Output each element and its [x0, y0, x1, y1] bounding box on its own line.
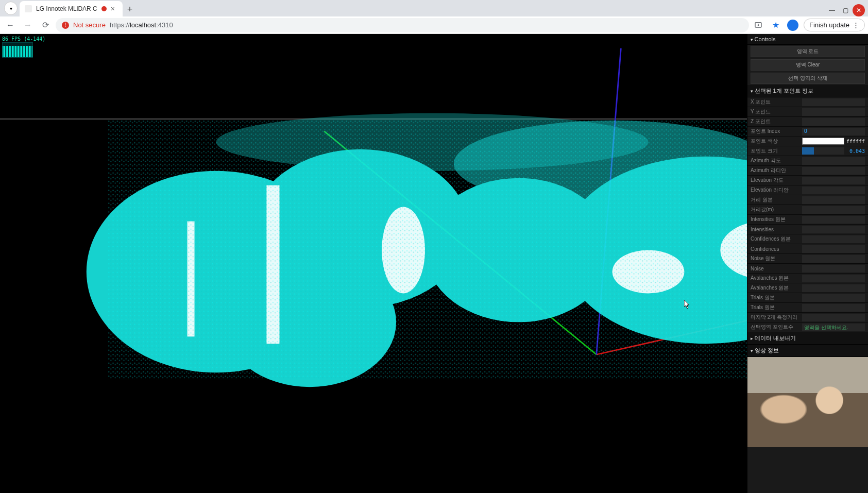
video-section-header[interactable]: 영상 정보 [747, 345, 868, 357]
url-input[interactable]: ! Not secure https://localhost:4310 [56, 18, 749, 32]
trials-raw2-value[interactable] [802, 304, 865, 312]
point-size-label: 포인트 크기 [751, 147, 800, 155]
intensities-value[interactable] [802, 226, 865, 233]
area-clear-button[interactable]: 영역 Clear [751, 59, 865, 71]
distance-m-value[interactable] [802, 206, 865, 214]
point-color-hex: ffffff [846, 139, 865, 144]
confidences-value[interactable] [802, 245, 865, 253]
url-port: :4310 [156, 21, 173, 29]
noise-value[interactable] [802, 265, 865, 273]
point-info-body: X 포인트 Y 포인트 Z 포인트 포인트 Index0 포인트 색상 ffff… [747, 97, 868, 332]
x-point-value[interactable] [802, 98, 865, 106]
url-host: localhost [130, 21, 156, 29]
azimuth-rad-value[interactable] [802, 167, 865, 175]
controls-panel: Controls 영역 로드 영역 Clear 선택 영역의 삭제 선택된 1개… [747, 34, 868, 493]
trials-raw-label: Trials 원본 [751, 294, 800, 301]
x-point-label: X 포인트 [751, 98, 800, 106]
window-maximize-button[interactable]: ▢ [839, 4, 852, 16]
noise-label: Noise [751, 266, 800, 271]
browser-tab[interactable]: LG Innotek MLiDAR C × [20, 1, 123, 16]
intensities-raw-value[interactable] [802, 216, 865, 224]
distance-raw-value[interactable] [802, 196, 865, 204]
confidences-raw-value[interactable] [802, 235, 865, 243]
kebab-menu-icon: ⋮ [853, 21, 859, 29]
new-tab-button[interactable]: + [123, 2, 137, 16]
finish-update-label: Finish update [809, 21, 849, 29]
lidar-viewport[interactable]: 86 FPS (4-144) [0, 34, 868, 493]
point-color-label: 포인트 색상 [751, 138, 800, 145]
avalanches-raw2-label: Avalanches 원본 [751, 284, 800, 292]
not-secure-icon: ! [62, 22, 69, 29]
azimuth-deg-label: Azimuth 각도 [751, 157, 800, 164]
forward-button[interactable]: → [21, 18, 35, 32]
azimuth-deg-value[interactable] [802, 157, 865, 165]
point-index-value[interactable]: 0 [802, 128, 865, 135]
elevation-deg-value[interactable] [802, 177, 865, 184]
tab-strip: ▾ LG Innotek MLiDAR C × + — ▢ ✕ [0, 0, 868, 16]
y-point-value[interactable] [802, 108, 865, 116]
y-point-label: Y 포인트 [751, 108, 800, 115]
selected-area-points-label: 선택영역 포인트수 [751, 324, 800, 331]
azimuth-rad-label: Azimuth 라디안 [751, 167, 800, 174]
install-app-icon[interactable] [752, 19, 764, 31]
intensities-label: Intensities [751, 227, 800, 232]
window-controls: — ▢ ✕ [826, 4, 868, 16]
camera-preview [747, 357, 868, 447]
point-cloud-canvas[interactable] [0, 34, 868, 493]
tab-search-button[interactable]: ▾ [4, 2, 18, 15]
point-color-swatch[interactable] [802, 138, 844, 145]
avalanches-raw-value[interactable] [802, 275, 865, 282]
last-2-distance-label: 마지막 2개 측정거리 [751, 314, 800, 321]
confidences-label: Confidences [751, 246, 800, 252]
trials-raw2-label: Trials 원본 [751, 304, 800, 311]
window-close-button[interactable]: ✕ [853, 4, 865, 16]
point-size-value: 0.043 [846, 148, 865, 154]
elevation-rad-value[interactable] [802, 186, 865, 194]
noise-raw-label: Noise 원본 [751, 255, 800, 262]
point-info-section-header[interactable]: 선택된 1개 포인트 정보 [747, 85, 868, 97]
point-size-slider[interactable] [802, 147, 844, 155]
elevation-rad-label: Elevation 라디안 [751, 186, 800, 194]
recording-indicator-icon [101, 6, 107, 11]
area-load-button[interactable]: 영역 로드 [751, 46, 865, 57]
url-scheme: https:// [110, 21, 130, 29]
avalanches-raw-label: Avalanches 원본 [751, 275, 800, 282]
window-minimize-button[interactable]: — [826, 4, 838, 16]
bookmark-star-icon[interactable]: ★ [770, 19, 782, 31]
avalanches-raw2-value[interactable] [802, 284, 865, 292]
tab-favicon [25, 5, 32, 12]
controls-section-header[interactable]: Controls [747, 34, 868, 45]
distance-raw-label: 거리 원본 [751, 196, 800, 203]
reload-button[interactable]: ⟳ [38, 18, 53, 32]
address-bar: ← → ⟳ ! Not secure https://localhost:431… [0, 16, 868, 34]
tab-title: LG Innotek MLiDAR C [36, 5, 97, 12]
chevron-down-icon: ▾ [10, 6, 12, 11]
intensities-raw-label: Intensities 원본 [751, 216, 800, 223]
trials-raw-value[interactable] [802, 294, 865, 302]
point-index-label: 포인트 Index [751, 128, 800, 135]
tab-close-button[interactable]: × [111, 5, 115, 13]
elevation-deg-label: Elevation 각도 [751, 177, 800, 184]
selected-area-points-value[interactable]: 영역을 선택하세요. [802, 324, 865, 331]
back-button[interactable]: ← [3, 18, 18, 32]
z-point-value[interactable] [802, 118, 865, 126]
not-secure-label: Not secure [73, 21, 106, 29]
z-point-label: Z 포인트 [751, 118, 800, 125]
noise-raw-value[interactable] [802, 255, 865, 263]
profile-avatar[interactable] [787, 20, 798, 31]
last-2-distance-value[interactable] [802, 314, 865, 321]
export-section-header[interactable]: 데이터 내보내기 [747, 332, 868, 345]
delete-selected-area-button[interactable]: 선택 영역의 삭제 [751, 73, 865, 84]
distance-m-label: 거리값(m) [751, 206, 800, 213]
finish-update-button[interactable]: Finish update ⋮ [804, 19, 865, 31]
confidences-raw-label: Confidences 원본 [751, 235, 800, 243]
